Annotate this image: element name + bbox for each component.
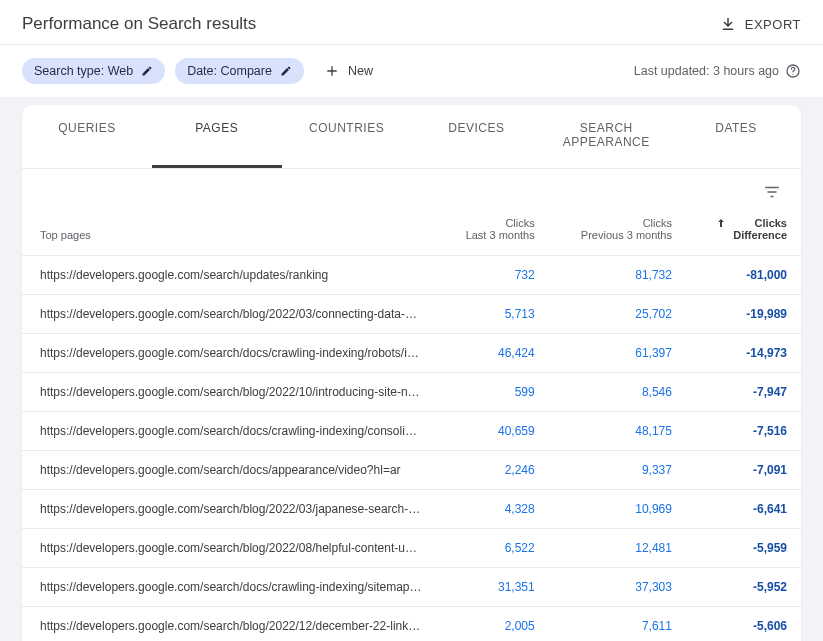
cell-clicks-diff: -81,000 xyxy=(686,256,801,295)
pages-table: Top pages Clicks Last 3 months Clicks Pr… xyxy=(22,207,801,641)
th-clicks-last-l2: Last 3 months xyxy=(451,229,535,241)
download-icon xyxy=(719,15,737,33)
cell-url: https://developers.google.com/search/blo… xyxy=(22,529,437,568)
tabs: QUERIES PAGES COUNTRIES DEVICES SEARCH A… xyxy=(22,105,801,169)
cell-url: https://developers.google.com/search/blo… xyxy=(22,373,437,412)
cell-url: https://developers.google.com/search/doc… xyxy=(22,412,437,451)
header-bar: Performance on Search results EXPORT xyxy=(0,0,823,45)
cell-url: https://developers.google.com/search/blo… xyxy=(22,490,437,529)
plus-icon xyxy=(324,63,340,79)
table-toolbar xyxy=(22,169,801,207)
table-row[interactable]: https://developers.google.com/search/doc… xyxy=(22,412,801,451)
tab-devices[interactable]: DEVICES xyxy=(411,105,541,168)
cell-clicks-diff: -5,952 xyxy=(686,568,801,607)
cell-clicks-last: 40,659 xyxy=(437,412,549,451)
tab-countries[interactable]: COUNTRIES xyxy=(282,105,412,168)
table-row[interactable]: https://developers.google.com/search/blo… xyxy=(22,295,801,334)
th-clicks-diff[interactable]: Clicks Difference xyxy=(686,207,801,256)
cell-clicks-prev: 9,337 xyxy=(549,451,686,490)
page-title: Performance on Search results xyxy=(22,14,256,34)
cell-url: https://developers.google.com/search/doc… xyxy=(22,568,437,607)
tab-search-appearance[interactable]: SEARCH APPEARANCE xyxy=(541,105,671,168)
pencil-icon xyxy=(141,65,153,77)
filter-chip-date[interactable]: Date: Compare xyxy=(175,58,304,84)
th-clicks-diff-l2: Difference xyxy=(733,229,787,241)
cell-clicks-prev: 8,546 xyxy=(549,373,686,412)
cell-clicks-last: 732 xyxy=(437,256,549,295)
filters-left: Search type: Web Date: Compare New xyxy=(22,57,383,85)
last-updated-text: Last updated: 3 hours ago xyxy=(634,64,779,78)
cell-clicks-prev: 81,732 xyxy=(549,256,686,295)
th-clicks-last-l1: Clicks xyxy=(451,217,535,229)
cell-clicks-diff: -7,091 xyxy=(686,451,801,490)
filter-chip-search-type[interactable]: Search type: Web xyxy=(22,58,165,84)
table-row[interactable]: https://developers.google.com/search/doc… xyxy=(22,568,801,607)
cell-url: https://developers.google.com/search/upd… xyxy=(22,256,437,295)
th-clicks-prev-l2: Previous 3 months xyxy=(563,229,672,241)
th-clicks-last[interactable]: Clicks Last 3 months xyxy=(437,207,549,256)
filters-bar: Search type: Web Date: Compare New Last … xyxy=(0,45,823,97)
cell-clicks-diff: -7,947 xyxy=(686,373,801,412)
cell-clicks-diff: -5,959 xyxy=(686,529,801,568)
pencil-icon xyxy=(280,65,292,77)
cell-clicks-prev: 37,303 xyxy=(549,568,686,607)
filter-chip-date-label: Date: Compare xyxy=(187,64,272,78)
cell-clicks-diff: -19,989 xyxy=(686,295,801,334)
cell-clicks-prev: 10,969 xyxy=(549,490,686,529)
filter-chip-search-type-label: Search type: Web xyxy=(34,64,133,78)
cell-clicks-last: 599 xyxy=(437,373,549,412)
table-row[interactable]: https://developers.google.com/search/doc… xyxy=(22,334,801,373)
table-row[interactable]: https://developers.google.com/search/blo… xyxy=(22,490,801,529)
new-filter-label: New xyxy=(348,64,373,78)
cell-clicks-diff: -7,516 xyxy=(686,412,801,451)
cell-clicks-prev: 61,397 xyxy=(549,334,686,373)
table-row[interactable]: https://developers.google.com/search/upd… xyxy=(22,256,801,295)
cell-clicks-last: 5,713 xyxy=(437,295,549,334)
cell-clicks-prev: 12,481 xyxy=(549,529,686,568)
new-filter-button[interactable]: New xyxy=(314,57,383,85)
cell-clicks-last: 6,522 xyxy=(437,529,549,568)
cell-clicks-last: 2,005 xyxy=(437,607,549,642)
export-label: EXPORT xyxy=(745,17,801,32)
cell-url: https://developers.google.com/search/doc… xyxy=(22,334,437,373)
cell-clicks-prev: 48,175 xyxy=(549,412,686,451)
th-clicks-diff-l1: Clicks xyxy=(733,217,787,229)
table-row[interactable]: https://developers.google.com/search/blo… xyxy=(22,373,801,412)
th-clicks-prev-l1: Clicks xyxy=(563,217,672,229)
last-updated: Last updated: 3 hours ago xyxy=(634,63,801,79)
table-filter-button[interactable] xyxy=(757,177,787,207)
help-icon[interactable] xyxy=(785,63,801,79)
cell-clicks-diff: -5,606 xyxy=(686,607,801,642)
tab-pages[interactable]: PAGES xyxy=(152,105,282,168)
cell-url: https://developers.google.com/search/blo… xyxy=(22,295,437,334)
tab-dates[interactable]: DATES xyxy=(671,105,801,168)
cell-clicks-last: 2,246 xyxy=(437,451,549,490)
table-header-row: Top pages Clicks Last 3 months Clicks Pr… xyxy=(22,207,801,256)
export-button[interactable]: EXPORT xyxy=(719,15,801,33)
filter-icon xyxy=(763,183,781,201)
cell-url: https://developers.google.com/search/blo… xyxy=(22,607,437,642)
table-row[interactable]: https://developers.google.com/search/blo… xyxy=(22,607,801,642)
cell-clicks-last: 31,351 xyxy=(437,568,549,607)
cell-clicks-last: 46,424 xyxy=(437,334,549,373)
report-card: QUERIES PAGES COUNTRIES DEVICES SEARCH A… xyxy=(22,105,801,641)
table-row[interactable]: https://developers.google.com/search/blo… xyxy=(22,529,801,568)
svg-point-1 xyxy=(792,74,793,75)
cell-clicks-prev: 7,611 xyxy=(549,607,686,642)
cell-url: https://developers.google.com/search/doc… xyxy=(22,451,437,490)
sort-arrow-up-icon xyxy=(715,217,727,229)
cell-clicks-last: 4,328 xyxy=(437,490,549,529)
cell-clicks-diff: -6,641 xyxy=(686,490,801,529)
tab-queries[interactable]: QUERIES xyxy=(22,105,152,168)
cell-clicks-prev: 25,702 xyxy=(549,295,686,334)
th-clicks-prev[interactable]: Clicks Previous 3 months xyxy=(549,207,686,256)
table-row[interactable]: https://developers.google.com/search/doc… xyxy=(22,451,801,490)
th-top-pages[interactable]: Top pages xyxy=(22,207,437,256)
cell-clicks-diff: -14,973 xyxy=(686,334,801,373)
